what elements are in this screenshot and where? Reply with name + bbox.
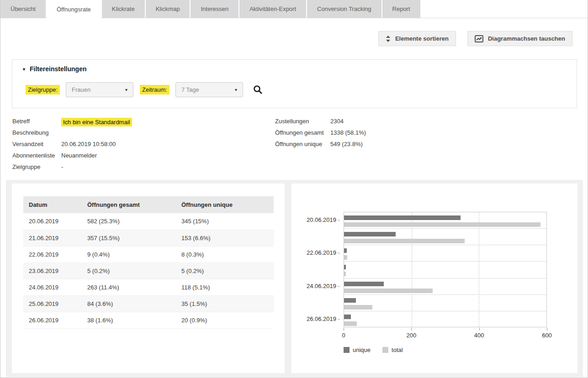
table-cell: 23.06.2019 [23,262,82,279]
detail-row-ffnungen-gesamt: Öffnungen gesamt1338 (58.1%) [275,129,467,141]
detail-label: Beschreibung [12,129,61,136]
filter-heading-label: Filtereinstellungen [30,65,86,73]
chart-band-22-06-2019 [344,245,546,262]
table-row: 20.06.2019582 (25.3%)345 (15%) [23,213,274,230]
table-cell: 24.06.2019 [23,279,82,295]
zeitraum-label: Zeitraum: [140,85,170,94]
tab-aktivit-ten-export[interactable]: Aktivitäten-Export [239,0,306,18]
detail-value: Ich bin eine Standardmail [61,118,132,126]
tab-ffnungsrate[interactable]: Öffnungsrate [47,0,101,18]
detail-value: 549 (23.8%) [330,141,363,147]
table-cell: 21.06.2019 [23,230,82,246]
table-header-datum: Datum [23,196,82,213]
table-cell: 582 (25.3%) [82,213,176,230]
detail-label: Versandzeit [12,141,61,147]
bar-unique-24-06-2019 [344,282,384,286]
detail-row-beschreibung: Beschreibung [12,129,268,141]
toolbar: Elemente sortieren Diagrammachsen tausch… [378,31,572,46]
detail-value: Neuanmelder [61,152,97,159]
table-row: 22.06.20199 (0.4%)8 (0.3%) [23,246,274,262]
filter-panel: ▾ Filtereinstellungen Zielgruppe:Frauen▾… [12,59,577,108]
bar-total-22-06-2019 [344,255,347,260]
tab-bersicht[interactable]: Übersicht [0,0,46,18]
table-cell: 84 (3.6%) [82,295,176,312]
x-axis-label: 200 [406,332,416,339]
chart-band-25-06-2019 [344,295,546,311]
chevron-down-icon: ▾ [235,87,237,92]
legend-label: total [392,346,403,353]
bar-unique-21-06-2019 [344,232,396,236]
detail-label: Abonnentenliste [12,152,61,159]
bar-unique-23-06-2019 [344,265,346,269]
openings-chart-card: 20.06.201922.06.201924.06.201926.06.2019… [291,184,577,373]
table-cell: 38 (1.6%) [82,312,176,328]
table-row: 23.06.20195 (0.2%)5 (0.2%) [23,262,274,279]
detail-label: Öffnungen unique [275,141,330,147]
chart-band-21-06-2019 [344,229,546,245]
y-axis-label: 20.06.2019 [307,216,336,224]
bar-total-25-06-2019 [344,305,372,310]
y-axis-tick [338,253,340,253]
zeitraum-select[interactable]: 7 Tage▾ [175,82,243,97]
table-cell: 263 (11.4%) [82,279,176,295]
table-header-ffnungen-gesamt: Öffnungen gesamt [82,196,176,213]
table-cell: 357 (15.5%) [82,230,176,246]
table-cell: 345 (15%) [176,213,274,230]
table-cell: 35 (1.5%) [176,295,274,312]
y-axis-label: 22.06.2019 [307,249,336,257]
line-chart-icon [475,35,483,42]
results-section: DatumÖffnungen gesamtÖffnungen unique 20… [6,180,583,377]
chart-plot-area [344,212,547,327]
zielgruppe-selected-value: Frauen [72,86,90,93]
tab-report[interactable]: Report [382,0,420,18]
chevron-down-icon: ▾ [125,87,127,92]
chart-legend: uniquetotal [344,346,403,353]
bar-total-23-06-2019 [344,272,346,276]
filter-section-toggle[interactable]: ▾ Filtereinstellungen [23,65,87,73]
tab-klickrate[interactable]: Klickrate [102,0,145,18]
y-axis-tick [338,319,340,320]
bar-unique-26-06-2019 [344,315,351,319]
chart-y-axis: 20.06.201922.06.201924.06.201926.06.2019 [291,212,343,327]
table-row: 25.06.201984 (3.6%)35 (1.5%) [23,295,274,312]
x-axis-tick [344,328,344,331]
detail-row-zielgruppe: Zielgruppe- [12,163,268,175]
chart-band-23-06-2019 [344,262,546,278]
tab-klickmap[interactable]: Klickmap [146,0,190,18]
y-axis-tick [338,220,340,220]
detail-label: Zustellungen [275,118,330,125]
detail-row-abonnentenliste: AbonnentenlisteNeuanmelder [12,152,268,163]
table-cell: 5 (0.2%) [82,262,176,279]
zeitraum-selected-value: 7 Tage [181,86,199,93]
swap-chart-axes-button[interactable]: Diagrammachsen tauschen [467,31,572,46]
x-axis-tick [479,328,480,331]
tab-conversion-tracking[interactable]: Conversion Tracking [307,0,381,18]
detail-row-betreff: BetreffIch bin eine Standardmail [12,118,268,129]
table-row: 26.06.201938 (1.6%)20 (0.9%) [23,312,274,328]
legend-swatch-total [382,347,388,353]
table-cell: 25.06.2019 [23,295,82,312]
tab-interessen[interactable]: Interessen [191,0,238,18]
mailing-details-right: Zustellungen2304Öffnungen gesamt1338 (58… [275,118,467,152]
detail-label: Zielgruppe [12,163,61,170]
table-row: 21.06.2019357 (15.5%)153 (6.6%) [23,230,274,246]
detail-value: 2304 [330,118,344,125]
x-axis-label: 400 [474,332,484,339]
y-axis-tick [338,286,340,287]
search-button[interactable] [253,85,263,94]
sort-elements-button[interactable]: Elemente sortieren [378,31,456,46]
bar-total-24-06-2019 [344,289,433,293]
bar-total-26-06-2019 [344,321,357,326]
table-cell: 20 (0.9%) [176,312,274,328]
chart-band-26-06-2019 [344,311,546,328]
bar-total-21-06-2019 [344,239,465,243]
x-axis-tick [547,328,547,331]
open-rate-report-page: ÜbersichtÖffnungsrateKlickrateKlickmapIn… [0,0,588,378]
legend-label: unique [353,346,371,353]
x-axis-label: 0 [342,332,345,339]
detail-row-zustellungen: Zustellungen2304 [275,118,467,129]
table-cell: 20.06.2019 [23,213,82,230]
table-cell: 118 (5.1%) [176,279,274,295]
zielgruppe-select[interactable]: Frauen▾ [66,82,133,97]
chart-band-24-06-2019 [344,278,546,295]
